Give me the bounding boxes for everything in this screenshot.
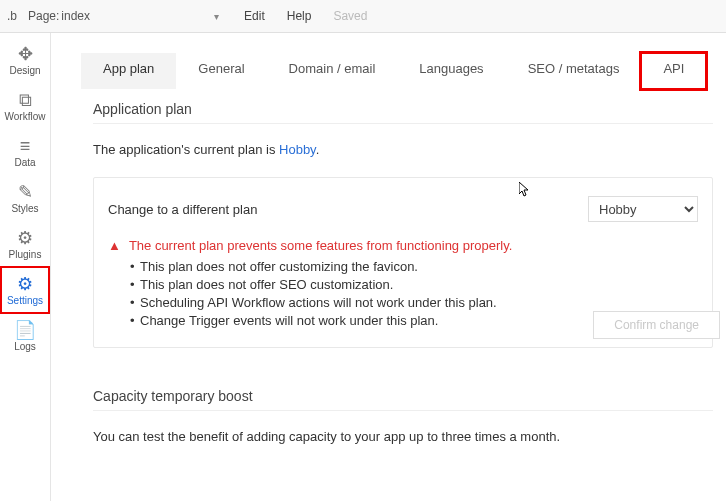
page-name[interactable]: index [61, 9, 90, 23]
logs-icon: 📄 [14, 321, 36, 339]
workflow-icon: ⧉ [19, 91, 32, 109]
sidebar-item-label: Plugins [9, 249, 42, 260]
data-icon: ≡ [20, 137, 31, 155]
sidebar-item-label: Workflow [5, 111, 46, 122]
warning-text: The current plan prevents some features … [129, 238, 512, 253]
page-label: Page: [28, 9, 59, 23]
divider [93, 123, 713, 124]
warning-icon: ▲ [108, 238, 121, 253]
list-item: This plan does not offer SEO customizati… [130, 277, 698, 292]
list-item: This plan does not offer customizing the… [130, 259, 698, 274]
help-menu[interactable]: Help [287, 9, 312, 23]
change-plan-panel: Change to a different plan Hobby ▲ The c… [93, 177, 713, 348]
sidebar: ✥ Design ⧉ Workflow ≡ Data ✎ Styles ⚙ Pl… [0, 33, 51, 501]
tab-collaboration[interactable]: Collaboration [706, 53, 726, 89]
period: . [316, 142, 320, 157]
current-plan-prefix: The application's current plan is [93, 142, 279, 157]
main: App plan General Domain / email Language… [51, 33, 726, 501]
tab-app-plan[interactable]: App plan [81, 53, 176, 89]
edit-menu[interactable]: Edit [244, 9, 265, 23]
sidebar-item-design[interactable]: ✥ Design [0, 37, 50, 83]
warning-row: ▲ The current plan prevents some feature… [108, 238, 698, 253]
divider [93, 410, 713, 411]
saved-status: Saved [333, 9, 367, 23]
plan-select[interactable]: Hobby [588, 196, 698, 222]
design-icon: ✥ [18, 45, 33, 63]
sidebar-item-label: Data [14, 157, 35, 168]
sidebar-item-label: Styles [11, 203, 38, 214]
sidebar-item-logs[interactable]: 📄 Logs [0, 313, 50, 359]
sidebar-item-label: Design [9, 65, 40, 76]
topbar: .b Page: index ▾ Edit Help Saved [0, 0, 726, 33]
tab-seo-metatags[interactable]: SEO / metatags [506, 53, 642, 89]
boost-title: Capacity temporary boost [93, 388, 726, 404]
svg-text:.b: .b [7, 9, 17, 23]
current-plan-link[interactable]: Hobby [279, 142, 316, 157]
settings-highlight [0, 266, 50, 314]
app-logo: .b [6, 8, 22, 24]
boost-text: You can test the benefit of adding capac… [93, 429, 726, 444]
sidebar-item-label: Logs [14, 341, 36, 352]
confirm-change-button[interactable]: Confirm change [593, 311, 720, 339]
styles-icon: ✎ [18, 183, 33, 201]
plugins-icon: ⚙ [17, 229, 33, 247]
tab-domain-email[interactable]: Domain / email [267, 53, 398, 89]
settings-tabs: App plan General Domain / email Language… [51, 33, 726, 89]
tab-api[interactable]: API [641, 53, 706, 89]
list-item: Scheduling API Workflow actions will not… [130, 295, 698, 310]
tab-languages[interactable]: Languages [397, 53, 505, 89]
page-dropdown-icon[interactable]: ▾ [214, 11, 226, 22]
sidebar-item-styles[interactable]: ✎ Styles [0, 175, 50, 221]
tab-general[interactable]: General [176, 53, 266, 89]
current-plan-line: The application's current plan is Hobby. [93, 142, 726, 157]
sidebar-item-workflow[interactable]: ⧉ Workflow [0, 83, 50, 129]
sidebar-item-plugins[interactable]: ⚙ Plugins [0, 221, 50, 267]
change-plan-title: Change to a different plan [108, 202, 257, 217]
section-title: Application plan [93, 101, 726, 117]
sidebar-item-settings[interactable]: ⚙ Settings [0, 267, 50, 313]
sidebar-item-data[interactable]: ≡ Data [0, 129, 50, 175]
content: Application plan The application's curre… [51, 89, 726, 444]
